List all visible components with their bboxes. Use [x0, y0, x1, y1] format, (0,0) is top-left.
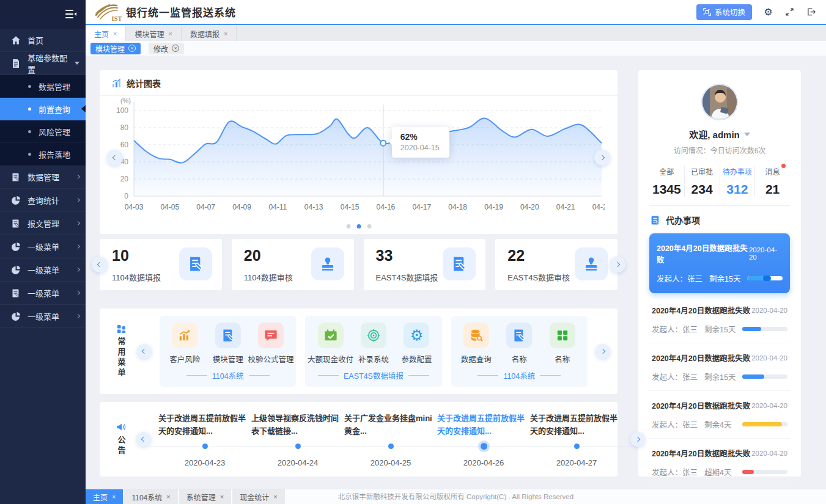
sidebar-nav: 首页 基础参数配置 数据管理 前置查询 风险管理 报告落地 数据管理 查询统计 [0, 29, 86, 328]
sidebar-subitem-risk-mgmt[interactable]: 风险管理 [0, 120, 86, 143]
todo-item[interactable]: 2020年4月20日数据跑批失败 2020-04-20 发起人：张三 超期4天 [649, 439, 790, 486]
quick-item-supplement-system[interactable]: 补录系统 [352, 323, 395, 365]
announcement-label-col: 公告 [113, 422, 129, 456]
svg-text:0: 0 [124, 192, 128, 200]
todo-initiator: 发起人：张三 [652, 418, 704, 430]
stat-label: 已审批 [691, 166, 713, 177]
chip-edit[interactable]: 修改 [149, 43, 184, 54]
carousel-dot[interactable] [367, 224, 371, 228]
document-edit-icon [179, 247, 212, 280]
quick-item-name-1[interactable]: 名称 [498, 323, 540, 365]
fullscreen-icon[interactable] [784, 7, 795, 17]
close-icon[interactable] [128, 45, 136, 52]
bottom-tab-system-mgmt[interactable]: 系统管理 [179, 489, 231, 504]
bottom-tab-1104[interactable]: 1104系统 [124, 489, 177, 504]
system-switch-button[interactable]: 系统切换 [696, 4, 752, 20]
todo-initiator: 发起人：张三 [652, 323, 704, 335]
sidebar-item-level1-menu-2[interactable]: 一级菜单 [0, 258, 86, 282]
tab-label: 1104系统 [131, 492, 162, 502]
stat-approved[interactable]: 已审批 234 [684, 166, 720, 197]
todo-item-active[interactable]: 2020年4月20日数据跑批失败 2020-04-20 发起人：张三 剩余15天 [649, 233, 790, 293]
stat-card-east4s-fill[interactable]: 33 EAST4S数据填报 [364, 239, 486, 290]
quick-group-label: 1104系统 [163, 370, 292, 381]
announcement-item[interactable]: 关于广发金业务挂盘mini黄金... 2020-04-25 [344, 412, 437, 467]
gear-icon[interactable]: ⚙ [763, 7, 773, 17]
sidebar-item-level1-menu-4[interactable]: 一级菜单 [0, 305, 86, 328]
close-icon[interactable] [224, 30, 227, 37]
quick-item-param-config[interactable]: ⚙ 参数配置 [396, 323, 438, 365]
announcement-item[interactable]: 关于改进周五提前放假半天的安排通知... 2020-04-27 [530, 412, 623, 467]
stat-all[interactable]: 全部 1345 [649, 166, 684, 197]
stat-label: 消息 [765, 166, 780, 177]
todo-item[interactable]: 2020年4月20日数据跑批失败 2020-04-20 发起人：张三 剩余4天 [649, 391, 790, 439]
announcement-item[interactable]: 关于改进周五提前放假半天的安排通知... 2020-04-23 [158, 412, 251, 467]
todo-item[interactable]: 2020年4月20日数据跑批失败 2020-04-20 发起人：张三 剩余15天 [649, 296, 790, 343]
sidebar-item-data-mgmt[interactable]: 数据管理 [0, 166, 86, 189]
close-icon[interactable] [168, 30, 172, 37]
stat-todo[interactable]: 待办事项 312 [720, 166, 755, 197]
close-icon[interactable] [172, 45, 179, 52]
stats-next-button[interactable] [610, 257, 625, 272]
close-icon[interactable] [113, 30, 117, 37]
stamp-icon [575, 247, 608, 280]
collapse-menu-icon[interactable] [65, 9, 77, 20]
quick-item-formula-mgmt[interactable]: 校验公式管理 [249, 323, 292, 365]
close-icon[interactable] [220, 493, 224, 500]
welcome-row[interactable]: 欢迎, admin [649, 128, 790, 141]
app-logo: IST [94, 2, 121, 22]
chip-label: 修改 [153, 43, 168, 54]
sidebar-item-level1-menu-3[interactable]: 一级菜单 [0, 282, 86, 305]
stat-card-1104-fill[interactable]: 10 1104数据填报 [100, 239, 222, 290]
carousel-dot[interactable] [346, 224, 350, 228]
sidebar-item-base-params[interactable]: 基础参数配置 [0, 52, 86, 75]
sidebar-item-query-stats[interactable]: 查询统计 [0, 189, 86, 212]
stats-prev-button[interactable] [92, 257, 108, 272]
carousel-dot-active[interactable] [356, 224, 361, 228]
bottom-tab-cash-stats[interactable]: 现金统计 [232, 489, 284, 504]
quick-menu-next-button[interactable] [596, 344, 610, 359]
todo-title: 2020年4月20日数据跑批失败 [652, 400, 750, 411]
tab-label: 主页 [93, 492, 108, 502]
close-icon[interactable] [166, 493, 170, 500]
quick-item-module-mgmt[interactable]: 模块管理 [207, 323, 249, 365]
bottom-tab-home[interactable]: 主页 [86, 489, 123, 504]
quick-menu-prev-button[interactable] [137, 344, 152, 359]
quick-item-label: 大额现金收付 [308, 353, 353, 365]
chart-prev-button[interactable] [107, 150, 123, 166]
stat-value: 21 [755, 182, 790, 197]
announcement-item-active[interactable]: 关于改进周五提前放假半天的安排通知... 2020-04-26 [437, 412, 530, 467]
close-icon[interactable] [112, 493, 116, 500]
todo-item[interactable]: 2020年4月20日数据跑批失败 2020-04-20 发起人：张三 剩余15天 [649, 343, 790, 391]
sidebar-subitem-pre-query[interactable]: 前置查询 [0, 98, 86, 120]
announcement-item[interactable]: 上级领导视察反洗钱时间表下载链接... 2020-04-24 [251, 412, 344, 467]
sidebar-subitem-report-landing[interactable]: 报告落地 [0, 143, 86, 166]
sidebar-item-level1-menu-1[interactable]: 一级菜单 [0, 235, 86, 258]
close-icon[interactable] [273, 493, 277, 500]
chart-next-button[interactable] [594, 150, 610, 166]
sidebar-subitem-data-mgmt[interactable]: 数据管理 [0, 75, 86, 98]
tab-module-mgmt[interactable]: 模块管理 [126, 26, 181, 41]
stat-messages[interactable]: 消息 21 [754, 166, 790, 197]
chart-title: 统计图表 [127, 77, 161, 89]
stat-card-1104-audit[interactable]: 20 1104数据审核 [232, 239, 354, 290]
todo-title: 2020年4月20日数据跑批失败 [652, 304, 750, 316]
quick-item-customer-risk[interactable]: 客户风险 [163, 323, 206, 365]
logout-icon[interactable] [806, 7, 816, 17]
announcement-next-button[interactable] [630, 432, 645, 447]
svg-text:(%): (%) [120, 97, 131, 104]
sidebar-item-home[interactable]: 首页 [0, 29, 86, 52]
quick-item-data-query[interactable]: 数据查询 [455, 323, 498, 365]
stat-card-east4s-audit[interactable]: 22 EAST4S数据审核 [495, 239, 618, 290]
tab-home[interactable]: 主页 [86, 26, 126, 41]
quick-item-name-2[interactable]: 名称 [541, 323, 584, 365]
announcement-text: 关于改进周五提前放假半天的安排通知... [437, 412, 530, 439]
sidebar-item-message-mgmt[interactable]: 报文管理 [0, 212, 86, 235]
tab-data-fill[interactable]: 数据填报 [182, 26, 237, 41]
pie-icon [11, 265, 21, 275]
quick-item-large-cash[interactable]: 大额现金收付 [309, 323, 352, 365]
announcement-prev-button[interactable] [136, 432, 151, 447]
chip-module-mgmt[interactable]: 模块管理 [90, 43, 141, 54]
avatar[interactable] [701, 84, 738, 120]
todo-date: 2020-04-20 [751, 307, 787, 314]
svg-text:80: 80 [120, 123, 129, 132]
